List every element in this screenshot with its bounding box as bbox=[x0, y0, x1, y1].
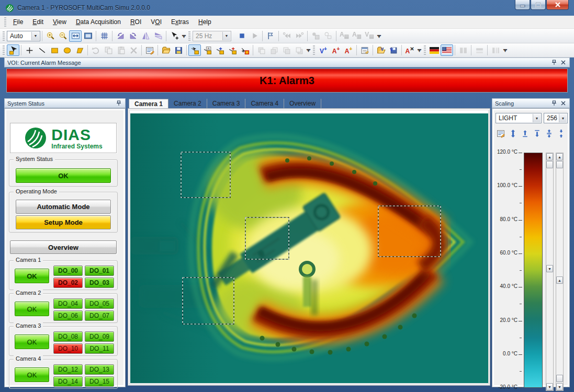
roi-label-icon[interactable]: A bbox=[201, 44, 213, 56]
chevron-down-icon[interactable]: ▼ bbox=[533, 114, 541, 122]
close-button[interactable] bbox=[546, 0, 569, 10]
toolbar-overflow-icon[interactable]: ▬▼ bbox=[305, 44, 312, 56]
do-05-indicator[interactable]: DO_05 bbox=[85, 298, 114, 309]
stop-icon[interactable] bbox=[235, 30, 248, 42]
alarm-condition-add-icon[interactable]: A+ bbox=[342, 44, 355, 56]
do-09-indicator[interactable]: DO_09 bbox=[85, 331, 114, 342]
shrink-range-icon[interactable] bbox=[555, 128, 567, 139]
maximize-button[interactable] bbox=[531, 0, 546, 10]
scroll-thumb[interactable] bbox=[546, 161, 553, 168]
do-01-indicator[interactable]: DO_01 bbox=[85, 266, 114, 276]
scroll-thumb[interactable] bbox=[556, 375, 563, 382]
scroll-up-icon[interactable]: ▲ bbox=[546, 153, 553, 160]
do-04-indicator[interactable]: DO_04 bbox=[53, 298, 83, 309]
do-12-indicator[interactable]: DO_12 bbox=[53, 364, 83, 375]
do-08-indicator[interactable]: DO_08 bbox=[53, 331, 83, 342]
toolbar-grip[interactable] bbox=[313, 45, 315, 55]
scaling-properties-icon[interactable] bbox=[495, 128, 507, 139]
flip-vertical-icon[interactable] bbox=[152, 30, 164, 42]
scroll-down-icon[interactable]: ▼ bbox=[546, 383, 553, 390]
palette-combo[interactable]: LIGHT▼ bbox=[496, 113, 542, 123]
close-panel-icon[interactable] bbox=[559, 59, 567, 66]
lower-upper-limit-icon[interactable] bbox=[531, 128, 543, 139]
zoom-out-icon[interactable] bbox=[57, 30, 69, 42]
chevron-down-icon[interactable]: ▼ bbox=[559, 114, 567, 122]
tab-camera-3[interactable]: Camera 3 bbox=[207, 99, 246, 108]
rotate-left-icon[interactable] bbox=[114, 30, 127, 42]
do-15-indicator[interactable]: DO_15 bbox=[85, 376, 114, 387]
lower-limit-scrollbar[interactable]: ▲ ▲ ▼ bbox=[556, 153, 564, 391]
toolbar-grip[interactable] bbox=[3, 31, 5, 41]
tab-camera-4[interactable]: Camera 4 bbox=[245, 99, 284, 108]
zoom-in-icon[interactable] bbox=[44, 30, 57, 42]
menu-file[interactable]: File bbox=[8, 17, 28, 27]
zoom-mode-combo[interactable]: Auto▼ bbox=[7, 31, 40, 41]
language-english-icon[interactable] bbox=[441, 44, 453, 56]
toolbar-grip[interactable] bbox=[3, 45, 5, 55]
line-tool-icon[interactable] bbox=[36, 44, 48, 56]
overview-button[interactable]: Overview bbox=[10, 240, 117, 254]
rotate-right-icon[interactable] bbox=[127, 30, 139, 42]
scroll-up-icon[interactable]: ▲ bbox=[556, 153, 563, 160]
do-11-indicator[interactable]: DO_11 bbox=[85, 343, 114, 354]
tab-camera-2[interactable]: Camera 2 bbox=[168, 99, 207, 108]
toolbar-grip[interactable] bbox=[188, 31, 190, 41]
raise-lower-limit-icon[interactable] bbox=[519, 128, 531, 139]
grid-icon[interactable] bbox=[98, 30, 110, 42]
thermal-canvas[interactable] bbox=[129, 110, 489, 384]
scroll-down-icon[interactable]: ▼ bbox=[556, 383, 563, 390]
do-06-indicator[interactable]: DO_06 bbox=[53, 310, 83, 321]
cursor-add-icon[interactable] bbox=[168, 30, 181, 42]
minimize-button[interactable] bbox=[515, 0, 530, 10]
roi-add-icon[interactable] bbox=[213, 44, 226, 56]
voi-open-icon[interactable]: V bbox=[375, 44, 387, 56]
alarm-add-icon[interactable]: A+ bbox=[330, 44, 342, 56]
toolbar-overflow-icon[interactable]: ▬▼ bbox=[376, 30, 382, 42]
point-tool-icon[interactable] bbox=[23, 44, 36, 56]
toolbar-grip[interactable] bbox=[424, 45, 426, 55]
autoscale-icon[interactable] bbox=[507, 128, 519, 139]
menu-extras[interactable]: Extras bbox=[166, 17, 194, 27]
select-tool-icon[interactable] bbox=[7, 44, 19, 56]
tab-camera-1[interactable]: Camera 1 bbox=[129, 99, 168, 108]
menu-view[interactable]: View bbox=[48, 17, 71, 27]
levels-combo[interactable]: 256▼ bbox=[544, 113, 568, 123]
language-german-icon[interactable] bbox=[428, 44, 441, 56]
roi-add-alarm-icon[interactable] bbox=[226, 44, 239, 56]
polygon-tool-icon[interactable] bbox=[73, 44, 86, 56]
do-13-indicator[interactable]: DO_13 bbox=[85, 364, 114, 375]
do-14-indicator[interactable]: DO_14 bbox=[53, 376, 83, 387]
flip-horizontal-icon[interactable] bbox=[139, 30, 152, 42]
do-07-indicator[interactable]: DO_07 bbox=[85, 310, 114, 321]
camera-4-status[interactable]: OK bbox=[15, 367, 49, 382]
voi-save-icon[interactable]: V bbox=[387, 44, 400, 56]
setup-mode-button[interactable]: Setup Mode bbox=[16, 215, 111, 229]
pin-icon[interactable] bbox=[550, 100, 558, 107]
toolbar-overflow-icon[interactable]: ▬▼ bbox=[502, 44, 509, 56]
roi-save-icon[interactable] bbox=[172, 44, 185, 56]
camera-1-status[interactable]: OK bbox=[15, 269, 49, 283]
voi-add-icon[interactable]: V+ bbox=[317, 44, 330, 56]
scroll-thumb[interactable] bbox=[556, 161, 563, 168]
do-00-indicator[interactable]: DO_00 bbox=[53, 266, 83, 276]
flag-icon[interactable] bbox=[264, 30, 277, 42]
menu-edit[interactable]: Edit bbox=[28, 17, 48, 27]
menu-voi[interactable]: VOI bbox=[146, 17, 166, 27]
voi-properties-icon[interactable] bbox=[358, 44, 371, 56]
menu-data-acquisition[interactable]: Data Acquisition bbox=[71, 17, 126, 27]
title-bar[interactable]: Camera 1 - PYROSOFT MultiCam Simu 2.0.0.… bbox=[0, 0, 574, 16]
scroll-up-icon[interactable]: ▲ bbox=[556, 276, 563, 284]
fullscreen-icon[interactable] bbox=[82, 30, 94, 42]
menu-roi[interactable]: ROI bbox=[126, 17, 146, 27]
upper-limit-scrollbar[interactable]: ▲ ▼ ▼ bbox=[546, 153, 554, 391]
alarm-delete-icon[interactable]: A✕ bbox=[403, 44, 416, 56]
do-03-indicator[interactable]: DO_03 bbox=[85, 278, 114, 288]
toolbar-overflow-icon[interactable]: ▬▼ bbox=[181, 30, 187, 42]
roi-list-icon[interactable] bbox=[143, 44, 156, 56]
toolbar-overflow-icon[interactable]: ▬▼ bbox=[416, 44, 423, 56]
fit-to-window-icon[interactable] bbox=[69, 30, 82, 42]
roi-open-icon[interactable] bbox=[160, 44, 172, 56]
tab-overview[interactable]: Overview bbox=[284, 99, 321, 108]
do-02-indicator[interactable]: DO_02 bbox=[53, 278, 83, 288]
roi-remove-icon[interactable] bbox=[239, 44, 251, 56]
